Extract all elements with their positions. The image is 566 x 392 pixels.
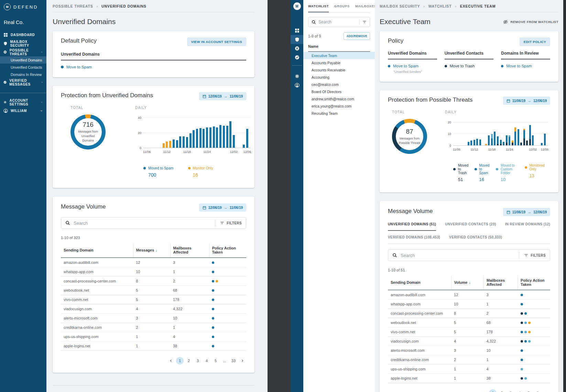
- page-button-4[interactable]: 4: [516, 389, 523, 392]
- table-row-viadocusign-com[interactable]: viadocusign.com44,322: [388, 337, 550, 346]
- date-range-chip[interactable]: 12/06/19 11/06/19: [199, 92, 246, 100]
- search-input[interactable]: [74, 221, 215, 226]
- page-button-2[interactable]: 2: [498, 389, 505, 392]
- watchlist-item-ceo-realco-com[interactable]: ceo@realco.com: [303, 81, 375, 88]
- page-button-33[interactable]: 33: [230, 357, 237, 365]
- tab-unverified-domains-51[interactable]: UNVERIFIED DOMAINS (51): [388, 222, 436, 231]
- page-button-5[interactable]: 5: [525, 389, 532, 392]
- rail-item-shield[interactable]: [291, 35, 303, 44]
- page-button-6[interactable]: 6: [534, 389, 541, 392]
- sidebar-item-dashboard[interactable]: DASHBOARD: [0, 31, 46, 39]
- breadcrumb-item-possible-threats[interactable]: POSSIBLE THREATS: [53, 4, 93, 8]
- column-header-policy-action-taken[interactable]: Policy Action Taken: [209, 243, 246, 258]
- sidebar-subitem-unverified-contacts[interactable]: Unverified Contacts: [0, 64, 46, 71]
- tab-mailboxes[interactable]: MAILBOXES: [355, 0, 377, 12]
- table-row-viadocusign-com[interactable]: viadocusign.com44,322: [61, 304, 246, 314]
- page-button-1[interactable]: 1: [176, 357, 184, 365]
- sidebar-item-william[interactable]: WILLIAM: [0, 107, 46, 115]
- table-row-vivo-comm-net[interactable]: vivo-comm.net5178: [61, 295, 246, 304]
- table-row-weboutlook-net[interactable]: weboutlook.net568: [388, 318, 550, 327]
- previous-page-button[interactable]: [167, 357, 175, 365]
- table-row-apple-logins-net[interactable]: apple-logins.net138: [61, 341, 246, 351]
- next-page-button[interactable]: [239, 357, 246, 365]
- sidebar-subitem-unverified-domains[interactable]: Unverified Domains: [0, 56, 46, 64]
- filter-icon[interactable]: [359, 19, 367, 25]
- page-button-2[interactable]: 2: [185, 357, 193, 365]
- column-header-sending-domain[interactable]: Sending Domain: [388, 276, 451, 290]
- search-input[interactable]: [401, 253, 519, 258]
- column-header-volume[interactable]: Volume↓: [451, 276, 483, 290]
- breadcrumb-item-watchlist[interactable]: WATCHLIST: [428, 4, 452, 8]
- remove-from-watchlist-button[interactable]: REMOVE FROM WATCHLIST: [503, 20, 558, 24]
- date-range-chip[interactable]: 12/06/19 11/06/19: [199, 203, 246, 212]
- page-button-1[interactable]: 1: [489, 389, 497, 392]
- column-header-sending-domain[interactable]: Sending Domain: [61, 243, 133, 258]
- table-row-ups-us-shipping-com[interactable]: ups-us-shipping.com14: [388, 365, 550, 374]
- table-row-concast-processing-center-com[interactable]: concast-processing-center.com82: [61, 277, 246, 286]
- tab-watchlist[interactable]: WATCHLIST: [308, 0, 329, 12]
- sidebar-item-verified-messages[interactable]: VERIFIED MESSAGES: [0, 78, 46, 87]
- breadcrumb-item-mailbox-security[interactable]: MAILBOX SECURITY: [380, 4, 420, 8]
- page-button-5[interactable]: 5: [212, 357, 219, 365]
- table-row-alerts-microsoft-com[interactable]: alerts-microsoft.com310: [388, 346, 550, 355]
- table-row-amazon-audibill-com[interactable]: amazon-audibill.com123: [388, 290, 550, 300]
- rail-item-check-circle[interactable]: [291, 53, 303, 62]
- table-row-whatspp-app-com[interactable]: whatspp-app.com101: [61, 267, 246, 277]
- rail-item-grid[interactable]: [291, 26, 303, 35]
- column-header-messages[interactable]: Messages↓: [133, 243, 170, 258]
- table-row-creditkarna-online-com[interactable]: creditkarna-online.com21: [388, 355, 550, 365]
- rail-item-person[interactable]: [291, 81, 303, 90]
- table-row-vivo-comm-net[interactable]: vivo-comm.net5178: [388, 327, 550, 337]
- watchlist-search-input[interactable]: [318, 20, 359, 24]
- watchlist-item-board-of-directors[interactable]: Board Of Directors: [303, 88, 375, 95]
- table-row-whatspp-app-com[interactable]: whatspp-app.com101: [388, 300, 550, 309]
- column-header-mailboxes-affected[interactable]: Mailboxes Affected: [170, 243, 209, 258]
- table-row-creditkarna-online-com[interactable]: creditkarna-online.com21: [61, 323, 246, 332]
- watchlist-item-andrew-smith-realco-com[interactable]: andrew.smith@realco.com: [303, 95, 375, 102]
- add-remove-button[interactable]: ADD/REMOVE: [344, 32, 370, 40]
- tab-verified-contacts-50-333[interactable]: VERIFIED CONTACTS (50,333): [449, 235, 502, 244]
- previous-page-button[interactable]: [480, 389, 488, 392]
- column-header-policy-action-taken[interactable]: Policy Action Taken: [518, 276, 550, 290]
- filters-button[interactable]: FILTERS: [519, 252, 546, 259]
- tab-in-review-domains-12[interactable]: IN REVIEW DOMAINS (12): [505, 222, 551, 231]
- table-row-ups-us-shipping-com[interactable]: ups-us-shipping.com14: [61, 332, 246, 341]
- sidebar-item-possible-threats[interactable]: POSSIBLE THREATS: [0, 48, 46, 56]
- table-row-weboutlook-net[interactable]: weboutlook.net568: [61, 286, 246, 295]
- tab-unverified-contacts-23[interactable]: UNVERIFIED CONTACTS (23): [445, 222, 496, 231]
- table-row-apple-logins-net[interactable]: apple-logins.net138: [388, 374, 550, 383]
- table-row-amazon-audibill-com[interactable]: amazon-audibill.com123: [61, 258, 246, 267]
- next-page-button[interactable]: [543, 389, 550, 392]
- table-row-alerts-microsoft-com[interactable]: alerts-microsoft.com310: [61, 314, 246, 323]
- rail-item-x-circle[interactable]: [291, 44, 303, 53]
- watchlist-item-executive-team[interactable]: Executive Team: [303, 52, 375, 59]
- watchlist-item-accounts-receivable[interactable]: Accounts Receivable: [303, 66, 375, 74]
- date-range-chip[interactable]: 11/06/19 12/06/19: [503, 97, 550, 105]
- view-in-account-settings-button[interactable]: VIEW IN ACCOUNT SETTINGS: [187, 37, 246, 46]
- tab-verified-domains-108-453[interactable]: VERIFIED DOMAINS (108,453): [388, 235, 440, 244]
- breadcrumb-item-executive-team[interactable]: EXECUTIVE TEAM: [460, 4, 496, 8]
- filters-button[interactable]: FILTERS: [215, 220, 242, 226]
- sidebar-subitem-domains-in-review[interactable]: Domains In Review: [0, 71, 46, 78]
- watchlist-item-accounts-payable[interactable]: Accounts Payable: [303, 59, 375, 66]
- column-header-mailboxes-affected[interactable]: Mailboxes Affected: [483, 276, 518, 290]
- page-button-4[interactable]: 4: [203, 357, 210, 365]
- action-dot-spam: [524, 312, 527, 315]
- breadcrumb-item-unverified-domains[interactable]: UNVERIFIED DOMAINS: [101, 4, 146, 8]
- rail-item-gear[interactable]: [291, 72, 303, 81]
- date-range-chip[interactable]: 11/06/19 12/06/19: [503, 208, 550, 216]
- page-button-3[interactable]: 3: [507, 389, 514, 392]
- edit-policy-button[interactable]: EDIT POLICY: [520, 37, 550, 46]
- sidebar-item-account-settings[interactable]: ACCOUNT SETTINGS: [0, 98, 46, 107]
- sidebar-item-mailbox-security[interactable]: MAILBOX SECURITY: [0, 39, 46, 48]
- protection-title: Protection from Unverified Domains: [61, 92, 153, 99]
- tab-groups[interactable]: GROUPS: [334, 0, 350, 12]
- watchlist-item-accounting[interactable]: Accounting: [303, 74, 375, 81]
- watchlist-item-recruiting-team[interactable]: Recruiting Team: [303, 110, 375, 117]
- valimail-mark-icon[interactable]: M: [293, 2, 301, 10]
- watchlist-item-erica-young-realco-com[interactable]: erica.young@realco.com: [303, 102, 375, 110]
- x-tick-label: 12/06: [243, 150, 251, 154]
- table-row-concast-processing-center-com[interactable]: concast-processing-center.com82: [388, 309, 550, 318]
- page-button-3[interactable]: 3: [194, 357, 202, 365]
- defend-logo[interactable]: M DEFEND: [0, 0, 46, 10]
